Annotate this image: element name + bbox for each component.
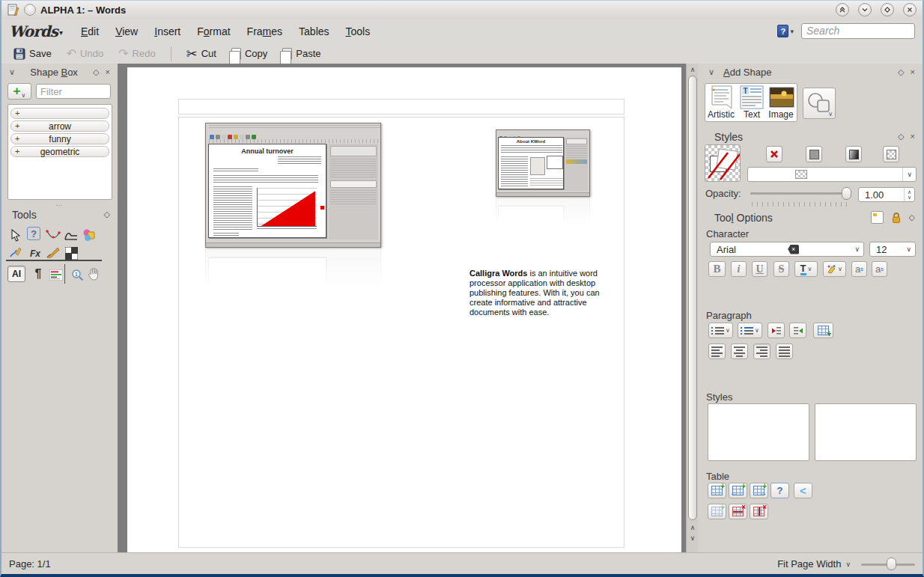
zoom-tool-icon[interactable]: 1 <box>69 266 85 283</box>
underline-button[interactable]: U <box>752 261 768 277</box>
opacity-spinbox[interactable]: 1.00 ∧∨ <box>858 187 915 202</box>
calligraphy-tool-icon[interactable] <box>7 245 24 261</box>
shape-filter-input[interactable] <box>36 84 111 99</box>
insert-column-left-button[interactable]: +← <box>729 483 747 498</box>
menu-frames[interactable]: Frames <box>239 22 291 40</box>
float-panel-icon[interactable]: ◇ <box>895 132 907 141</box>
scroll-up-icon[interactable]: ∧ <box>687 65 698 75</box>
default-tool-cursor-icon[interactable] <box>7 227 24 243</box>
fill-style-dropdown[interactable]: ∨ <box>747 167 917 182</box>
increase-indent-button[interactable] <box>789 323 806 338</box>
font-family-combobox[interactable]: Arial × ∨ <box>710 242 864 257</box>
cut-button[interactable]: ✂ Cut <box>180 46 222 61</box>
expand-icon[interactable]: + <box>15 147 19 156</box>
insert-row-button[interactable]: + <box>708 483 726 498</box>
align-left-button[interactable] <box>708 344 726 359</box>
brush-tool-icon[interactable] <box>45 245 61 261</box>
paste-button[interactable]: Paste <box>276 46 326 61</box>
path-tool-icon[interactable] <box>63 228 79 244</box>
expand-icon[interactable]: + <box>15 121 19 131</box>
save-button[interactable]: Save <box>7 46 58 61</box>
expand-icon[interactable]: + <box>15 109 19 118</box>
clear-font-icon[interactable]: × <box>788 245 799 254</box>
style-preview-button[interactable] <box>705 144 741 182</box>
insert-column-right-button[interactable]: +→ <box>750 483 768 498</box>
new-document-icon[interactable] <box>871 211 884 224</box>
text-editing-tool-button[interactable]: AI <box>7 266 25 282</box>
float-panel-icon[interactable]: ◇ <box>906 213 918 222</box>
gradient-fill-button[interactable] <box>845 146 862 162</box>
add-shape-collection-button[interactable]: + ∨ <box>7 83 31 100</box>
document-canvas[interactable]: Annual turnover <box>118 64 698 552</box>
minimize-button[interactable] <box>858 3 872 16</box>
add-artistic-text-button[interactable]: Artistic <box>708 85 736 120</box>
collapse-icon[interactable]: ∨ <box>705 68 717 76</box>
opacity-slider-handle[interactable] <box>842 187 851 200</box>
spin-arrows-icon[interactable]: ∧∨ <box>904 188 914 201</box>
shape-group-row[interactable]: +geometric <box>10 146 109 157</box>
insert-table-button[interactable]: + <box>708 504 726 519</box>
close-panel-icon[interactable]: × <box>908 68 918 76</box>
zoom-slider-handle[interactable] <box>887 558 896 570</box>
float-panel-icon[interactable]: ◇ <box>895 68 907 76</box>
maximize-button[interactable] <box>881 3 894 16</box>
shapes-3d-tool-icon[interactable] <box>81 227 97 243</box>
superscript-button[interactable]: as <box>851 261 867 277</box>
align-right-button[interactable] <box>753 344 770 359</box>
shape-group-row[interactable]: +funny <box>10 133 109 144</box>
words-app-menu[interactable]: Words▾ <box>9 22 62 40</box>
float-panel-icon[interactable]: ◇ <box>90 68 102 76</box>
bullet-list-button[interactable]: ∨ <box>708 323 733 338</box>
bold-button[interactable]: B <box>708 261 726 277</box>
menu-view[interactable]: View <box>107 22 146 40</box>
shade-button[interactable] <box>836 3 849 16</box>
font-size-combobox[interactable]: 12 ∨ <box>869 242 916 257</box>
menu-insert[interactable]: Insert <box>146 22 189 40</box>
add-image-button[interactable]: Image <box>768 85 796 120</box>
document-page[interactable]: Annual turnover <box>127 67 681 552</box>
add-text-frame-button[interactable]: T Text <box>738 85 766 120</box>
merge-cells-button[interactable]: < <box>794 483 812 498</box>
character-style-list[interactable] <box>815 403 917 461</box>
menu-tables[interactable]: Tables <box>291 22 337 40</box>
pattern-fill-button[interactable] <box>883 146 899 162</box>
search-input[interactable] <box>801 23 915 39</box>
embedded-image-annual-turnover[interactable]: Annual turnover <box>205 123 381 248</box>
pattern-edit-tool-icon[interactable] <box>63 245 79 261</box>
window-menu-button[interactable] <box>24 4 36 16</box>
references-tool-icon[interactable] <box>48 266 64 283</box>
decrease-indent-button[interactable] <box>768 323 785 338</box>
float-panel-icon[interactable]: ◇ <box>101 210 113 219</box>
paragraph-style-list[interactable] <box>708 403 809 461</box>
shape-group-row[interactable]: + <box>10 108 109 119</box>
add-geometric-shape-button[interactable]: ∨ <box>803 88 836 119</box>
redo-button[interactable]: ↷ Redo <box>112 46 161 61</box>
italic-button[interactable]: i <box>731 261 747 277</box>
embedded-image-about-kword[interactable]: About KWord <box>496 129 590 197</box>
table-help-button[interactable]: ? <box>770 483 789 498</box>
paragraph-tool-icon[interactable]: ¶ <box>30 266 46 282</box>
interaction-tool-icon[interactable]: ? <box>27 227 40 240</box>
zoom-slider[interactable] <box>861 557 915 572</box>
close-button[interactable] <box>903 3 917 16</box>
pan-tool-hand-icon[interactable] <box>85 266 102 282</box>
close-panel-icon[interactable]: × <box>908 132 918 141</box>
shape-group-row[interactable]: +arrow <box>10 120 109 132</box>
menu-edit[interactable]: Edit <box>73 22 107 40</box>
expand-icon[interactable]: + <box>15 134 19 144</box>
text-color-button[interactable]: T ∨ <box>794 261 818 277</box>
help-button[interactable]: ? ▾ <box>777 25 794 37</box>
caption-paragraph[interactable]: Calligra Words is an intuitive word proc… <box>469 269 612 317</box>
delete-column-button[interactable]: × <box>750 504 768 519</box>
copy-button[interactable]: Copy <box>225 46 273 61</box>
title-bar[interactable]: ALPHA 1: – Words <box>1 1 923 19</box>
scroll-down-icon[interactable]: ∨ <box>687 534 698 543</box>
opacity-slider[interactable] <box>750 192 851 195</box>
zoom-mode-dropdown[interactable]: Fit Page Width ∨ <box>777 558 851 570</box>
scrollbar-thumb[interactable] <box>688 76 697 520</box>
vertical-scrollbar[interactable]: ∧ ∧ ∨ <box>686 64 698 552</box>
lock-icon[interactable] <box>891 212 902 224</box>
strikethrough-button[interactable]: S <box>773 261 789 277</box>
close-panel-icon[interactable]: × <box>103 68 113 76</box>
no-fill-button[interactable] <box>766 146 782 162</box>
